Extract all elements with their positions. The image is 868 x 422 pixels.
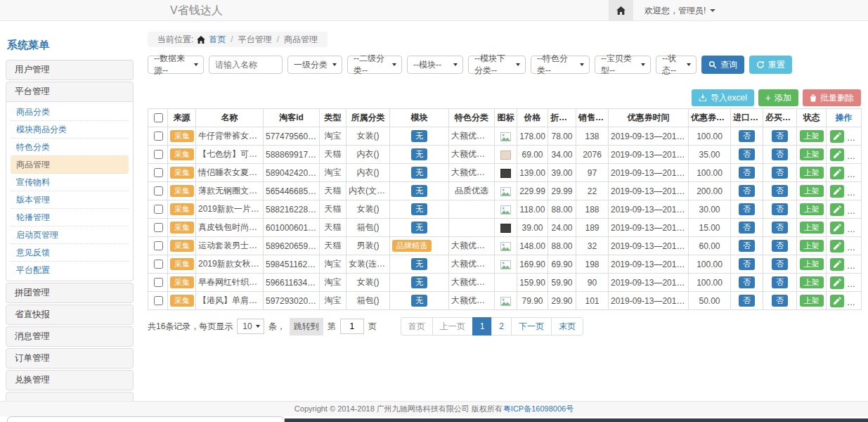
per-page-select[interactable]: 10 bbox=[237, 319, 264, 334]
cell-icon bbox=[495, 200, 517, 219]
home-nav-button[interactable] bbox=[609, 0, 633, 21]
import-toggle-badge[interactable]: 否 bbox=[739, 130, 755, 142]
sidebar-group-header[interactable]: 用户管理 bbox=[6, 60, 134, 80]
import-toggle-badge[interactable]: 否 bbox=[739, 295, 755, 307]
module-sub-category-select[interactable]: --模块下分类-- bbox=[468, 56, 526, 74]
status-badge[interactable]: 上架 bbox=[800, 258, 824, 270]
import-toggle-badge[interactable]: 否 bbox=[739, 167, 755, 179]
sidebar-group-header[interactable]: 兑换管理 bbox=[6, 370, 134, 390]
must-buy-toggle-badge[interactable]: 否 bbox=[772, 148, 788, 160]
sidebar-item[interactable]: 特色分类 bbox=[11, 139, 129, 156]
cell-name: 2019新款一片式系... bbox=[196, 200, 264, 219]
search-button[interactable]: 查询 bbox=[701, 56, 744, 74]
import-toggle-badge[interactable]: 否 bbox=[739, 148, 755, 160]
page-number-input[interactable] bbox=[340, 319, 364, 334]
sidebar-item[interactable]: 宣传物料 bbox=[11, 174, 129, 191]
status-badge[interactable]: 上架 bbox=[800, 240, 824, 252]
sidebar-group-header[interactable]: 平台管理 bbox=[6, 82, 134, 102]
status-badge[interactable]: 上架 bbox=[800, 222, 824, 234]
status-select[interactable]: --状态-- bbox=[656, 56, 697, 74]
bottom-panel-edge bbox=[7, 416, 285, 422]
edit-button[interactable] bbox=[830, 167, 844, 179]
import-excel-button[interactable]: 导入excel bbox=[692, 89, 754, 106]
sidebar-group-header-clipped[interactable] bbox=[6, 392, 134, 401]
edit-button[interactable] bbox=[830, 148, 844, 161]
status-badge[interactable]: 上架 bbox=[800, 148, 824, 160]
sidebar-item[interactable]: 商品分类 bbox=[11, 103, 129, 121]
module-select[interactable]: --模块-- bbox=[407, 56, 463, 74]
edit-button[interactable] bbox=[830, 130, 844, 143]
status-badge[interactable]: 上架 bbox=[800, 295, 824, 307]
row-checkbox[interactable] bbox=[154, 150, 163, 159]
edit-button[interactable] bbox=[830, 258, 844, 271]
sidebar-group-header[interactable]: 订单管理 bbox=[6, 348, 134, 369]
sidebar-group-header[interactable]: 拼团管理 bbox=[6, 283, 134, 303]
must-buy-toggle-badge[interactable]: 否 bbox=[772, 276, 788, 288]
pager-button-last-page[interactable]: 末页 bbox=[551, 317, 583, 335]
import-toggle-badge[interactable]: 否 bbox=[739, 203, 755, 215]
sidebar-group-header[interactable]: 消息管理 bbox=[6, 326, 134, 347]
import-toggle-badge[interactable]: 否 bbox=[739, 240, 755, 252]
must-buy-toggle-badge[interactable]: 否 bbox=[772, 185, 788, 197]
sidebar-item[interactable]: 启动页管理 bbox=[11, 226, 129, 244]
must-buy-toggle-badge[interactable]: 否 bbox=[772, 203, 788, 215]
pager-button-next-page[interactable]: 下一页 bbox=[511, 317, 552, 335]
edit-button[interactable] bbox=[830, 222, 844, 234]
pager-button-prev-page[interactable]: 上一页 bbox=[432, 317, 473, 335]
import-toggle-badge[interactable]: 否 bbox=[739, 276, 755, 288]
sidebar-group-header[interactable]: 省直快报 bbox=[6, 305, 134, 325]
edit-button[interactable] bbox=[830, 185, 844, 198]
category-level1-select[interactable]: 一级分类 bbox=[287, 56, 342, 74]
edit-button[interactable] bbox=[830, 295, 844, 307]
sidebar-item[interactable]: 商品管理 bbox=[11, 156, 129, 174]
icp-link[interactable]: 粤ICP备16098006号 bbox=[503, 404, 574, 414]
pager-button-first-page[interactable]: 首页 bbox=[401, 317, 433, 335]
reset-button[interactable]: 重置 bbox=[749, 56, 792, 74]
data-source-select[interactable]: --数据来源-- bbox=[148, 56, 204, 74]
row-checkbox[interactable] bbox=[154, 168, 163, 177]
batch-delete-button[interactable]: 批量删除 bbox=[803, 89, 861, 106]
cell-discount-price: 34.00 bbox=[548, 146, 576, 164]
import-toggle-badge[interactable]: 否 bbox=[739, 185, 755, 197]
row-checkbox[interactable] bbox=[154, 296, 163, 305]
edit-button[interactable] bbox=[830, 276, 844, 289]
row-checkbox[interactable] bbox=[154, 278, 163, 287]
sidebar-item[interactable]: 轮播管理 bbox=[11, 209, 129, 226]
breadcrumb-home-link[interactable]: 首页 bbox=[209, 34, 226, 46]
item-type-select[interactable]: --宝贝类型-- bbox=[595, 56, 651, 74]
row-checkbox[interactable] bbox=[154, 132, 163, 141]
sidebar-item[interactable]: 平台配置 bbox=[11, 262, 129, 279]
must-buy-toggle-badge[interactable]: 否 bbox=[772, 240, 788, 252]
select-all-checkbox[interactable] bbox=[154, 113, 163, 122]
row-checkbox[interactable] bbox=[154, 205, 163, 214]
row-checkbox[interactable] bbox=[154, 241, 163, 250]
must-buy-toggle-badge[interactable]: 否 bbox=[772, 258, 788, 270]
sidebar-item[interactable]: 版本管理 bbox=[11, 191, 129, 209]
jump-button[interactable]: 跳转到 bbox=[290, 318, 323, 335]
sidebar-item[interactable]: 意见反馈 bbox=[11, 244, 129, 262]
row-checkbox[interactable] bbox=[154, 223, 163, 232]
status-badge[interactable]: 上架 bbox=[800, 203, 824, 215]
must-buy-toggle-badge[interactable]: 否 bbox=[772, 295, 788, 307]
status-badge[interactable]: 上架 bbox=[800, 276, 824, 288]
status-badge[interactable]: 上架 bbox=[800, 130, 824, 142]
category-level2-select[interactable]: --二级分类-- bbox=[347, 56, 402, 74]
must-buy-toggle-badge[interactable]: 否 bbox=[772, 167, 788, 179]
add-button[interactable]: + 添加 bbox=[758, 89, 798, 106]
user-menu[interactable]: 欢迎您，管理员! bbox=[644, 0, 715, 21]
edit-button[interactable] bbox=[830, 240, 844, 252]
must-buy-toggle-badge[interactable]: 否 bbox=[772, 222, 788, 234]
row-checkbox[interactable] bbox=[154, 186, 163, 196]
feature-category-select[interactable]: --特色分类-- bbox=[531, 56, 590, 74]
row-checkbox[interactable] bbox=[154, 260, 163, 269]
pager-button-page-1[interactable]: 1 bbox=[472, 317, 493, 335]
pager-button-page-2[interactable]: 2 bbox=[491, 317, 512, 335]
must-buy-toggle-badge[interactable]: 否 bbox=[772, 130, 788, 142]
import-toggle-badge[interactable]: 否 bbox=[739, 222, 755, 234]
name-input[interactable] bbox=[209, 56, 283, 74]
import-toggle-badge[interactable]: 否 bbox=[739, 258, 755, 270]
status-badge[interactable]: 上架 bbox=[800, 185, 824, 197]
edit-button[interactable] bbox=[830, 203, 844, 216]
status-badge[interactable]: 上架 bbox=[800, 167, 824, 179]
sidebar-item[interactable]: 模块商品分类 bbox=[11, 121, 129, 139]
